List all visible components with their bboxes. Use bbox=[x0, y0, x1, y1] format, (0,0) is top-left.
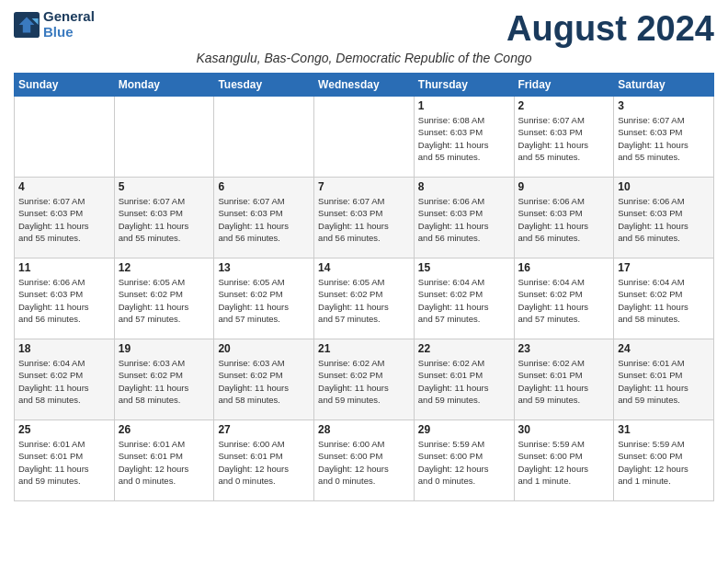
day-number: 7 bbox=[318, 180, 410, 193]
day-info: Sunrise: 6:08 AMSunset: 6:03 PMDaylight:… bbox=[418, 114, 510, 163]
day-info: Sunrise: 6:04 AMSunset: 6:02 PMDaylight:… bbox=[18, 357, 110, 406]
weekday-header-thursday: Thursday bbox=[414, 74, 514, 97]
day-number: 21 bbox=[318, 342, 410, 355]
calendar-cell: 28Sunrise: 6:00 AMSunset: 6:00 PMDayligh… bbox=[314, 420, 415, 501]
calendar-cell: 4Sunrise: 6:07 AMSunset: 6:03 PMDaylight… bbox=[15, 178, 115, 259]
calendar-cell: 15Sunrise: 6:04 AMSunset: 6:02 PMDayligh… bbox=[414, 259, 514, 339]
day-info: Sunrise: 6:06 AMSunset: 6:03 PMDaylight:… bbox=[518, 195, 610, 244]
day-number: 30 bbox=[518, 423, 610, 436]
logo: General Blue bbox=[14, 9, 95, 40]
day-info: Sunrise: 6:01 AMSunset: 6:01 PMDaylight:… bbox=[119, 438, 210, 487]
day-info: Sunrise: 6:03 AMSunset: 6:02 PMDaylight:… bbox=[218, 357, 310, 406]
weekday-header-saturday: Saturday bbox=[614, 74, 714, 97]
day-number: 5 bbox=[119, 180, 210, 193]
day-number: 31 bbox=[618, 423, 710, 436]
weekday-header-tuesday: Tuesday bbox=[214, 74, 314, 97]
day-info: Sunrise: 6:06 AMSunset: 6:03 PMDaylight:… bbox=[618, 195, 710, 244]
day-info: Sunrise: 6:04 AMSunset: 6:02 PMDaylight:… bbox=[418, 276, 510, 325]
calendar-cell: 26Sunrise: 6:01 AMSunset: 6:01 PMDayligh… bbox=[114, 420, 214, 501]
day-number: 18 bbox=[18, 342, 110, 355]
weekday-header-wednesday: Wednesday bbox=[314, 74, 415, 97]
weekday-header-monday: Monday bbox=[114, 74, 214, 97]
calendar-cell: 31Sunrise: 5:59 AMSunset: 6:00 PMDayligh… bbox=[614, 420, 714, 501]
day-info: Sunrise: 6:07 AMSunset: 6:03 PMDaylight:… bbox=[218, 195, 310, 244]
day-info: Sunrise: 6:06 AMSunset: 6:03 PMDaylight:… bbox=[18, 276, 110, 325]
day-info: Sunrise: 6:07 AMSunset: 6:03 PMDaylight:… bbox=[18, 195, 110, 244]
calendar-cell: 17Sunrise: 6:04 AMSunset: 6:02 PMDayligh… bbox=[614, 259, 714, 339]
day-number: 29 bbox=[418, 423, 510, 436]
calendar-cell: 9Sunrise: 6:06 AMSunset: 6:03 PMDaylight… bbox=[514, 178, 614, 259]
day-info: Sunrise: 6:05 AMSunset: 6:02 PMDaylight:… bbox=[318, 276, 410, 325]
calendar-cell: 20Sunrise: 6:03 AMSunset: 6:02 PMDayligh… bbox=[214, 339, 314, 420]
day-number: 27 bbox=[218, 423, 310, 436]
calendar-cell bbox=[114, 97, 214, 178]
location-subtitle: Kasangulu, Bas-Congo, Democratic Republi… bbox=[14, 51, 714, 65]
day-info: Sunrise: 6:04 AMSunset: 6:02 PMDaylight:… bbox=[618, 276, 710, 325]
calendar-table: SundayMondayTuesdayWednesdayThursdayFrid… bbox=[14, 73, 714, 501]
logo-icon bbox=[14, 12, 40, 38]
calendar-cell: 27Sunrise: 6:00 AMSunset: 6:01 PMDayligh… bbox=[214, 420, 314, 501]
calendar-cell: 29Sunrise: 5:59 AMSunset: 6:00 PMDayligh… bbox=[414, 420, 514, 501]
day-number: 25 bbox=[18, 423, 110, 436]
month-year-title: August 2024 bbox=[506, 9, 714, 49]
day-number: 4 bbox=[18, 180, 110, 193]
calendar-cell: 1Sunrise: 6:08 AMSunset: 6:03 PMDaylight… bbox=[414, 97, 514, 178]
calendar-cell: 3Sunrise: 6:07 AMSunset: 6:03 PMDaylight… bbox=[614, 97, 714, 178]
day-info: Sunrise: 6:07 AMSunset: 6:03 PMDaylight:… bbox=[518, 114, 610, 163]
calendar-cell: 23Sunrise: 6:02 AMSunset: 6:01 PMDayligh… bbox=[514, 339, 614, 420]
day-number: 23 bbox=[518, 342, 610, 355]
day-number: 28 bbox=[318, 423, 410, 436]
calendar-cell: 2Sunrise: 6:07 AMSunset: 6:03 PMDaylight… bbox=[514, 97, 614, 178]
page-header: General Blue August 2024 bbox=[14, 9, 714, 49]
calendar-cell bbox=[15, 97, 115, 178]
day-info: Sunrise: 5:59 AMSunset: 6:00 PMDaylight:… bbox=[618, 438, 710, 487]
day-info: Sunrise: 6:02 AMSunset: 6:01 PMDaylight:… bbox=[418, 357, 510, 406]
day-info: Sunrise: 6:01 AMSunset: 6:01 PMDaylight:… bbox=[618, 357, 710, 406]
day-number: 19 bbox=[119, 342, 210, 355]
calendar-cell: 30Sunrise: 5:59 AMSunset: 6:00 PMDayligh… bbox=[514, 420, 614, 501]
day-number: 17 bbox=[618, 261, 710, 274]
calendar-cell: 7Sunrise: 6:07 AMSunset: 6:03 PMDaylight… bbox=[314, 178, 415, 259]
calendar-cell: 19Sunrise: 6:03 AMSunset: 6:02 PMDayligh… bbox=[114, 339, 214, 420]
day-info: Sunrise: 6:05 AMSunset: 6:02 PMDaylight:… bbox=[218, 276, 310, 325]
calendar-cell: 18Sunrise: 6:04 AMSunset: 6:02 PMDayligh… bbox=[15, 339, 115, 420]
day-number: 3 bbox=[618, 99, 710, 112]
day-info: Sunrise: 6:03 AMSunset: 6:02 PMDaylight:… bbox=[119, 357, 210, 406]
day-number: 24 bbox=[618, 342, 710, 355]
weekday-header-friday: Friday bbox=[514, 74, 614, 97]
day-number: 26 bbox=[119, 423, 210, 436]
calendar-cell: 10Sunrise: 6:06 AMSunset: 6:03 PMDayligh… bbox=[614, 178, 714, 259]
calendar-cell: 6Sunrise: 6:07 AMSunset: 6:03 PMDaylight… bbox=[214, 178, 314, 259]
day-info: Sunrise: 6:07 AMSunset: 6:03 PMDaylight:… bbox=[318, 195, 410, 244]
day-info: Sunrise: 6:06 AMSunset: 6:03 PMDaylight:… bbox=[418, 195, 510, 244]
day-number: 16 bbox=[518, 261, 610, 274]
day-number: 6 bbox=[218, 180, 310, 193]
calendar-cell: 14Sunrise: 6:05 AMSunset: 6:02 PMDayligh… bbox=[314, 259, 415, 339]
day-number: 11 bbox=[18, 261, 110, 274]
calendar-cell bbox=[314, 97, 415, 178]
day-info: Sunrise: 6:05 AMSunset: 6:02 PMDaylight:… bbox=[119, 276, 210, 325]
day-info: Sunrise: 6:00 AMSunset: 6:01 PMDaylight:… bbox=[218, 438, 310, 487]
calendar-cell: 12Sunrise: 6:05 AMSunset: 6:02 PMDayligh… bbox=[114, 259, 214, 339]
day-info: Sunrise: 6:02 AMSunset: 6:02 PMDaylight:… bbox=[318, 357, 410, 406]
calendar-cell bbox=[214, 97, 314, 178]
day-number: 2 bbox=[518, 99, 610, 112]
day-info: Sunrise: 6:02 AMSunset: 6:01 PMDaylight:… bbox=[518, 357, 610, 406]
calendar-cell: 21Sunrise: 6:02 AMSunset: 6:02 PMDayligh… bbox=[314, 339, 415, 420]
day-number: 15 bbox=[418, 261, 510, 274]
calendar-cell: 16Sunrise: 6:04 AMSunset: 6:02 PMDayligh… bbox=[514, 259, 614, 339]
day-number: 13 bbox=[218, 261, 310, 274]
day-info: Sunrise: 6:04 AMSunset: 6:02 PMDaylight:… bbox=[518, 276, 610, 325]
day-info: Sunrise: 5:59 AMSunset: 6:00 PMDaylight:… bbox=[518, 438, 610, 487]
day-info: Sunrise: 6:07 AMSunset: 6:03 PMDaylight:… bbox=[618, 114, 710, 163]
calendar-cell: 11Sunrise: 6:06 AMSunset: 6:03 PMDayligh… bbox=[15, 259, 115, 339]
calendar-cell: 5Sunrise: 6:07 AMSunset: 6:03 PMDaylight… bbox=[114, 178, 214, 259]
day-number: 1 bbox=[418, 99, 510, 112]
day-number: 20 bbox=[218, 342, 310, 355]
calendar-cell: 13Sunrise: 6:05 AMSunset: 6:02 PMDayligh… bbox=[214, 259, 314, 339]
logo-text: General Blue bbox=[43, 9, 95, 40]
calendar-cell: 25Sunrise: 6:01 AMSunset: 6:01 PMDayligh… bbox=[15, 420, 115, 501]
day-number: 10 bbox=[618, 180, 710, 193]
day-info: Sunrise: 6:01 AMSunset: 6:01 PMDaylight:… bbox=[18, 438, 110, 487]
day-number: 12 bbox=[119, 261, 210, 274]
